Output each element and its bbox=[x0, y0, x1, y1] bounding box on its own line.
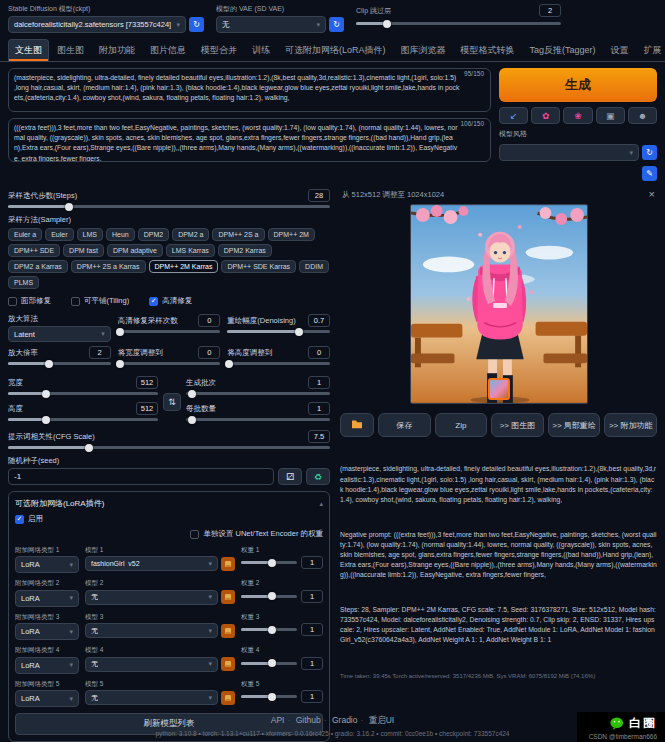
tab-extras[interactable]: 附加功能 bbox=[92, 39, 142, 61]
github-link[interactable]: Github bbox=[296, 715, 321, 725]
negative-prompt-input[interactable]: (((extra feet))),3 feet,more than two fe… bbox=[8, 118, 491, 162]
reload-ui-link[interactable]: 重启UI bbox=[369, 715, 395, 725]
tab-txt2img[interactable]: 文生图 bbox=[8, 39, 49, 61]
sampler-option[interactable]: PLMS bbox=[8, 276, 39, 289]
lora-type-select[interactable]: LoRA▾ bbox=[15, 690, 79, 707]
cfg-value[interactable]: 7.5 bbox=[308, 430, 330, 443]
lora-model-info-button[interactable]: ▤ bbox=[221, 691, 235, 705]
lora-type-select[interactable]: LoRA▾ bbox=[15, 556, 79, 573]
sampler-option-selected[interactable]: DPM++ 2M Karras bbox=[149, 260, 219, 273]
resize-width-slider[interactable] bbox=[118, 362, 221, 365]
upscale-by-slider[interactable] bbox=[8, 362, 111, 365]
denoising-slider[interactable] bbox=[227, 330, 330, 333]
tab-train[interactable]: 训练 bbox=[245, 39, 277, 61]
lora-weight-value[interactable]: 1 bbox=[301, 590, 323, 603]
refresh-checkpoint-button[interactable]: ↻ bbox=[189, 17, 204, 32]
generate-button[interactable]: 生成 bbox=[499, 68, 657, 102]
tab-img2img[interactable]: 图生图 bbox=[50, 39, 91, 61]
lora-model-info-button[interactable]: ▤ bbox=[221, 590, 235, 604]
denoising-value[interactable]: 0.7 bbox=[308, 314, 330, 327]
upscaler-select[interactable]: Latent ▾ bbox=[8, 326, 111, 342]
sampler-option[interactable]: DPM2 a Karras bbox=[8, 260, 68, 273]
tab-extensions[interactable]: 扩展 bbox=[637, 39, 665, 61]
sampler-option[interactable]: DPM++ 2S a bbox=[212, 228, 264, 241]
lora-model-info-button[interactable]: ▤ bbox=[221, 657, 235, 671]
sampler-option[interactable]: Euler a bbox=[8, 228, 42, 241]
lora-type-select[interactable]: LoRA▾ bbox=[15, 590, 79, 607]
send-to-inpaint-button[interactable]: >> 局部重绘 bbox=[548, 413, 601, 437]
lora-weight-value[interactable]: 1 bbox=[301, 657, 323, 670]
sampler-option[interactable]: Euler bbox=[45, 228, 73, 241]
tab-additional-networks[interactable]: 可选附加网络(LoRA插件) bbox=[278, 39, 393, 61]
sampler-option[interactable]: DPM2 a bbox=[172, 228, 209, 241]
resize-height-value[interactable]: 0 bbox=[308, 346, 330, 359]
lora-weight-value[interactable]: 1 bbox=[301, 690, 323, 703]
hires-steps-slider[interactable] bbox=[118, 330, 221, 333]
read-generation-params-button[interactable]: ↙ bbox=[499, 107, 528, 124]
save-style-button[interactable]: ▣ bbox=[596, 107, 625, 124]
clip-skip-value[interactable]: 2 bbox=[539, 4, 561, 17]
lora-type-select[interactable]: LoRA▾ bbox=[15, 623, 79, 640]
width-slider[interactable] bbox=[8, 392, 158, 395]
swap-dimensions-button[interactable]: ⇅ bbox=[163, 393, 181, 411]
height-slider[interactable] bbox=[8, 418, 158, 421]
sampler-option[interactable]: DPM2 bbox=[138, 228, 169, 241]
refresh-vae-button[interactable]: ↻ bbox=[329, 17, 344, 32]
resize-width-value[interactable]: 0 bbox=[198, 346, 220, 359]
lora-model-select[interactable]: 无▾ bbox=[85, 623, 218, 638]
lora-enable-checkbox[interactable]: ✓ 启用 bbox=[15, 514, 323, 524]
lora-model-select[interactable]: fashionGirl_v52▾ bbox=[85, 556, 218, 571]
tab-settings[interactable]: 设置 bbox=[604, 39, 636, 61]
chevron-up-icon[interactable]: ▴ bbox=[319, 500, 323, 508]
clip-skip-slider[interactable] bbox=[356, 22, 561, 25]
zip-button[interactable]: Zip bbox=[435, 413, 488, 437]
style-extra-button[interactable]: ✎ bbox=[642, 166, 657, 181]
restore-faces-checkbox[interactable]: 面部修复 bbox=[8, 296, 51, 306]
sampler-option[interactable]: DPM++ 2S a Karras bbox=[71, 260, 146, 273]
lora-model-select[interactable]: 无▾ bbox=[85, 690, 218, 705]
lora-weight-slider[interactable] bbox=[241, 595, 297, 598]
send-to-img2img-button[interactable]: >> 图生图 bbox=[491, 413, 544, 437]
sampler-option[interactable]: LMS bbox=[77, 228, 103, 241]
hires-fix-checkbox[interactable]: ✓ 高清修复 bbox=[149, 296, 192, 306]
lora-model-select[interactable]: 无▾ bbox=[85, 590, 218, 605]
steps-value[interactable]: 28 bbox=[308, 189, 330, 202]
palette-button[interactable]: ❀ bbox=[563, 107, 592, 124]
save-button[interactable]: 保存 bbox=[378, 413, 431, 437]
sampler-option[interactable]: Heun bbox=[106, 228, 135, 241]
lora-model-info-button[interactable]: ▤ bbox=[221, 557, 235, 571]
close-icon[interactable]: × bbox=[649, 189, 655, 200]
prompt-input[interactable]: (masterpiece, sidelighting, ultra-detail… bbox=[8, 68, 491, 112]
lora-weight-slider[interactable] bbox=[241, 561, 297, 564]
tab-png-info[interactable]: 图片信息 bbox=[143, 39, 193, 61]
style-select[interactable]: ▾ bbox=[499, 144, 639, 161]
lora-weight-slider[interactable] bbox=[241, 628, 297, 631]
batch-size-value[interactable]: 1 bbox=[308, 402, 330, 415]
tab-image-browser[interactable]: 图库浏览器 bbox=[394, 39, 453, 61]
api-link[interactable]: API bbox=[271, 715, 285, 725]
cfg-slider[interactable] bbox=[8, 446, 330, 449]
lora-weight-value[interactable]: 1 bbox=[301, 556, 323, 569]
lora-weight-slider[interactable] bbox=[241, 662, 297, 665]
sampler-option[interactable]: DPM fast bbox=[63, 244, 104, 257]
lora-weight-slider[interactable] bbox=[241, 695, 297, 698]
random-seed-button[interactable]: ⚂ bbox=[278, 468, 302, 485]
sampler-option[interactable]: DDIM bbox=[299, 260, 329, 273]
sampler-option[interactable]: DPM++ 2M bbox=[268, 228, 315, 241]
lora-weight-value[interactable]: 1 bbox=[301, 623, 323, 636]
reuse-seed-button[interactable]: ♻ bbox=[306, 468, 330, 485]
tiling-checkbox[interactable]: 可平铺(Tiling) bbox=[71, 296, 129, 306]
batch-count-value[interactable]: 1 bbox=[308, 376, 330, 389]
apply-style-button[interactable]: ✿ bbox=[531, 107, 560, 124]
sampler-option[interactable]: DPM2 Karras bbox=[218, 244, 272, 257]
width-value[interactable]: 512 bbox=[136, 376, 158, 389]
seed-input[interactable]: -1 bbox=[8, 468, 274, 485]
batch-size-slider[interactable] bbox=[186, 418, 330, 421]
height-value[interactable]: 512 bbox=[136, 402, 158, 415]
profile-button[interactable]: ☻ bbox=[628, 107, 657, 124]
generated-image[interactable] bbox=[410, 204, 588, 404]
batch-count-slider[interactable] bbox=[186, 392, 330, 395]
open-folder-button[interactable] bbox=[340, 413, 374, 437]
steps-slider[interactable] bbox=[8, 205, 330, 208]
tab-checkpoint-merger[interactable]: 模型合并 bbox=[194, 39, 244, 61]
